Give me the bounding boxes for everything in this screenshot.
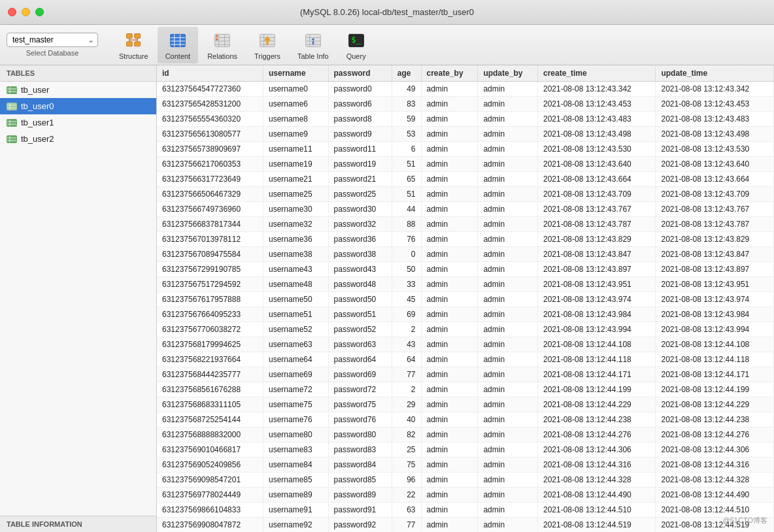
query-button[interactable]: $_ Query <box>338 27 375 63</box>
cell-7-5: admin <box>478 187 538 202</box>
svg-rect-48 <box>7 136 16 142</box>
maximize-button[interactable] <box>35 8 44 16</box>
cell-26-7: 2021-08-08 13:12:44.328 <box>656 473 774 488</box>
table-row[interactable]: 631237568888832000username80password8082… <box>157 427 774 442</box>
cell-20-6: 2021-08-08 13:12:44.199 <box>537 382 656 397</box>
cell-18-7: 2021-08-08 13:12:44.118 <box>656 352 774 367</box>
triggers-button[interactable]: Triggers <box>246 27 288 63</box>
cell-9-7: 2021-08-08 13:12:43.787 <box>656 217 774 232</box>
table-row[interactable]: 631237566837817344username32password3288… <box>157 217 774 232</box>
cell-12-4: admin <box>421 262 478 277</box>
cell-4-4: admin <box>421 142 478 157</box>
structure-button[interactable]: Structure <box>111 27 156 63</box>
table-row[interactable]: 631237566506467329username25password2551… <box>157 187 774 202</box>
table-row[interactable]: 631237565613080577username9password953ad… <box>157 127 774 142</box>
cell-24-7: 2021-08-08 13:12:44.306 <box>656 442 774 457</box>
table-row[interactable]: 631237567517294592username48password4833… <box>157 277 774 292</box>
cell-28-0: 631237569866104833 <box>157 503 263 518</box>
cell-17-2: password63 <box>328 337 392 352</box>
table-row[interactable]: 631237566317723649username21password2165… <box>157 172 774 187</box>
close-button[interactable] <box>8 8 16 16</box>
sidebar-item-tb_user0[interactable]: tb_user0 <box>0 98 156 114</box>
cell-18-3: 64 <box>392 352 421 367</box>
table-row[interactable]: 631237568725254144username76password7640… <box>157 412 774 427</box>
cell-7-4: admin <box>421 187 478 202</box>
minimize-button[interactable] <box>22 8 30 16</box>
cell-6-0: 631237566317723649 <box>157 172 263 187</box>
svg-rect-40 <box>7 103 16 110</box>
table-row[interactable]: 631237568444235777username69password6977… <box>157 367 774 382</box>
cell-19-0: 631237568444235777 <box>157 367 263 382</box>
cell-22-3: 40 <box>392 412 421 427</box>
cell-27-5: admin <box>478 488 538 503</box>
table-info-header: TABLE INFORMATION <box>0 516 156 532</box>
content-button[interactable]: Content <box>158 27 199 63</box>
cell-23-5: admin <box>478 427 538 442</box>
sidebar-item-tb_user[interactable]: tb_user <box>0 82 156 98</box>
table-row[interactable]: 631237566749736960username30password3044… <box>157 202 774 217</box>
cell-12-1: username43 <box>263 262 328 277</box>
svg-text:$_: $_ <box>351 35 361 44</box>
cell-21-0: 631237568683311105 <box>157 397 263 412</box>
table-row[interactable]: 631237568221937664username64password6464… <box>157 352 774 367</box>
relations-button[interactable]: Relations <box>199 27 245 63</box>
table-row[interactable]: 631237565554360320username8password859ad… <box>157 112 774 127</box>
col-header-id[interactable]: id <box>157 65 263 82</box>
cell-27-6: 2021-08-08 13:12:44.490 <box>537 488 656 503</box>
col-header-password[interactable]: password <box>328 65 392 82</box>
table-icon <box>7 135 17 143</box>
col-header-create_by[interactable]: create_by <box>421 65 478 82</box>
table-row[interactable]: 631237565428531200username6password683ad… <box>157 97 774 112</box>
table-row[interactable]: 631237568683311105username75password7529… <box>157 397 774 412</box>
content-area[interactable]: idusernamepasswordagecreate_byupdate_byc… <box>157 65 774 532</box>
table-row[interactable]: 631237569098547201username85password8596… <box>157 473 774 488</box>
cell-25-6: 2021-08-08 13:12:44.316 <box>537 457 656 473</box>
cell-15-6: 2021-08-08 13:12:43.984 <box>537 307 656 322</box>
table-row[interactable]: 631237569778024449username89password8922… <box>157 488 774 503</box>
table-row[interactable]: 631237569866104833username91password9163… <box>157 503 774 518</box>
cell-18-5: admin <box>478 352 538 367</box>
cell-13-1: username48 <box>263 277 328 292</box>
table-row[interactable]: 631237567299190785username43password4350… <box>157 262 774 277</box>
cell-12-5: admin <box>478 262 538 277</box>
cell-14-2: password50 <box>328 292 392 307</box>
table-row[interactable]: 631237569010466817username83password8325… <box>157 442 774 457</box>
cell-21-1: username75 <box>263 397 328 412</box>
cell-27-3: 22 <box>392 488 421 503</box>
col-header-username[interactable]: username <box>263 65 328 82</box>
cell-14-4: admin <box>421 292 478 307</box>
col-header-age[interactable]: age <box>392 65 421 82</box>
sidebar-item-tb_user2[interactable]: tb_user2 <box>0 131 156 147</box>
cell-20-5: admin <box>478 382 538 397</box>
col-header-create_time[interactable]: create_time <box>537 65 656 82</box>
window-title: (MySQL 8.0.26) local-db/test_master/tb_u… <box>300 7 474 17</box>
cell-5-6: 2021-08-08 13:12:43.640 <box>537 157 656 172</box>
table-info-button[interactable]: Table Info <box>290 27 337 63</box>
table-row[interactable]: 631237567664095233username51password5169… <box>157 307 774 322</box>
table-row[interactable]: 631237565738909697username11password116a… <box>157 142 774 157</box>
cell-10-3: 76 <box>392 232 421 247</box>
table-row[interactable]: 631237567617957888username50password5045… <box>157 292 774 307</box>
cell-5-3: 51 <box>392 157 421 172</box>
table-row[interactable]: 631237568179994625username63password6343… <box>157 337 774 352</box>
cell-2-5: admin <box>478 112 538 127</box>
table-row[interactable]: 631237564547727360username0password049ad… <box>157 82 774 97</box>
cell-26-3: 96 <box>392 473 421 488</box>
table-row[interactable]: 631237566217060353username19password1951… <box>157 157 774 172</box>
table-row[interactable]: 631237567013978112username36password3676… <box>157 232 774 247</box>
col-header-update_by[interactable]: update_by <box>478 65 538 82</box>
cell-13-2: password48 <box>328 277 392 292</box>
table-row[interactable]: 631237569052409856username84password8475… <box>157 457 774 473</box>
table-row[interactable]: 631237569908047872username92password9277… <box>157 518 774 533</box>
database-select[interactable]: test_master <box>7 33 98 47</box>
cell-11-2: password38 <box>328 247 392 262</box>
table-head: idusernamepasswordagecreate_byupdate_byc… <box>157 65 774 82</box>
table-row[interactable]: 631237567089475584username38password380a… <box>157 247 774 262</box>
cell-2-6: 2021-08-08 13:12:43.483 <box>537 112 656 127</box>
col-header-update_time[interactable]: update_time <box>656 65 774 82</box>
cell-29-0: 631237569908047872 <box>157 518 263 533</box>
tables-header: TABLES <box>0 65 156 82</box>
table-row[interactable]: 631237568561676288username72password722a… <box>157 382 774 397</box>
table-row[interactable]: 631237567706038272username52password522a… <box>157 322 774 337</box>
sidebar-item-tb_user1[interactable]: tb_user1 <box>0 114 156 131</box>
